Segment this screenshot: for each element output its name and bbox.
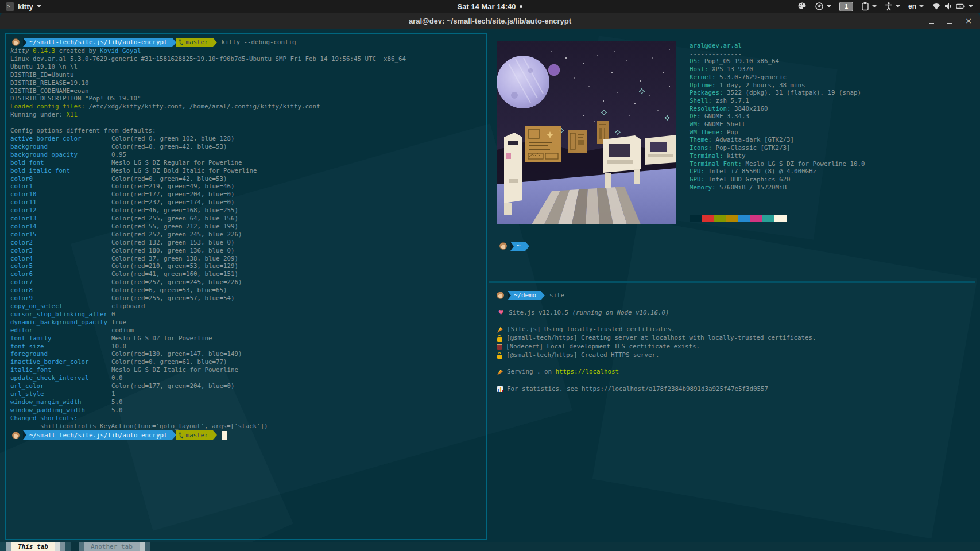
powerline-arrow-icon — [213, 38, 217, 47]
clock-menu[interactable]: Sat 14 Mar 14:40 — [427, 2, 553, 11]
config-value: Meslo LG S DZ Bold Italic for Powerline — [111, 167, 257, 175]
pane-neofetch[interactable]: aral@dev.ar.al -------------- OS: Pop!_O… — [489, 33, 975, 282]
config-value: Color(red=46, green=168, blue=255) — [111, 207, 238, 215]
config-value: Color(red=37, green=138, blue=209) — [111, 255, 238, 263]
chevron-down-icon — [896, 5, 900, 7]
fetch-field-line: Theme: Adwaita-dark [GTK2/3] — [690, 136, 865, 144]
config-option-row: color7 Color(red=252, green=245, blue=22… — [10, 278, 482, 286]
status-tray-item[interactable] — [932, 2, 973, 10]
config-option-row: color14 Color(red=55, green=212, blue=19… — [10, 223, 482, 231]
fetch-field-line: Terminal: kitty — [690, 152, 865, 160]
blank-line — [497, 300, 975, 309]
powerline-notch-icon — [23, 430, 26, 440]
config-key: bold_font — [10, 159, 111, 167]
tab-segment — [60, 542, 65, 551]
prompt-path-segment: ~/demo — [508, 291, 541, 300]
fetch-field-line: Host: XPS 13 9370 — [690, 65, 865, 73]
blank-line — [10, 119, 482, 127]
config-value: Color(red=255, green=57, blue=54) — [111, 294, 235, 302]
app-menu-label: kitty — [18, 2, 33, 11]
config-key: color11 — [10, 199, 111, 207]
shell-prompt: ~/small-tech/site.js/lib/auto-encrypt ma… — [10, 37, 482, 47]
monkey-emoji — [497, 292, 504, 299]
config-value: Meslo LG S DZ Regular for Powerline — [111, 159, 242, 167]
config-key: background_opacity — [10, 151, 111, 159]
config-option-row: font_size 10.0 — [10, 343, 482, 351]
log-line: [Site.js] Using locally-trusted certific… — [497, 325, 975, 334]
fetch-field-line: Packages: 3522 (dpkg), 31 (flatpak), 19 … — [690, 89, 865, 97]
fetch-field-value: GNOME 3.34.3 — [704, 112, 749, 120]
fetch-field-line: CPU: Intel i7-8550U (8) @ 4.000GHz — [690, 168, 865, 176]
tab-inactive[interactable]: Another tab — [79, 542, 150, 551]
clipboard-tray-item[interactable] — [861, 2, 877, 11]
media-cast-tray-item[interactable] — [815, 2, 831, 11]
minimize-button[interactable] — [929, 18, 934, 24]
fetch-field-value: Meslo LG S DZ for Powerline 10.0 — [746, 160, 865, 168]
pane-debug-config[interactable]: ~/small-tech/site.js/lib/auto-encrypt ma… — [5, 33, 487, 540]
powerline-arrow-icon — [172, 430, 176, 440]
log-icon — [497, 355, 502, 359]
config-option-row: update_check_interval 0.0 — [10, 374, 482, 382]
cast-icon — [815, 2, 824, 11]
tab-segment — [65, 542, 71, 551]
running-under-line: Running under: X11 — [10, 111, 482, 119]
config-value: True — [111, 319, 126, 327]
fetch-field-line: GPU: Intel UHD Graphics 620 — [690, 176, 865, 184]
config-option-row: active_border_color Color(red=0, green=1… — [10, 135, 482, 143]
terminal-line: Ubuntu 19.10 \n \l — [10, 63, 482, 71]
fetch-separator: -------------- — [690, 50, 865, 58]
tab-gap — [71, 542, 79, 551]
config-key: active_border_color — [10, 135, 111, 143]
config-key: color8 — [10, 286, 111, 294]
app-menu[interactable]: >_ kitty — [0, 2, 41, 11]
config-value: Color(red=0, green=61, blue=77) — [111, 358, 227, 366]
accessibility-tray-item[interactable] — [885, 2, 900, 11]
config-option-row: editor codium — [10, 327, 482, 335]
config-key: color12 — [10, 207, 111, 215]
config-key: font_family — [10, 335, 111, 343]
log-line: [Nodecert] Local development TLS certifi… — [497, 343, 975, 351]
close-button[interactable]: × — [965, 17, 972, 25]
config-key: window_padding_width — [10, 406, 111, 414]
palette-swatch — [702, 215, 714, 222]
git-branch-icon — [179, 432, 184, 439]
fetch-field-label: Icons — [690, 144, 708, 152]
window-titlebar[interactable]: aral@dev: ~/small-tech/site.js/lib/auto-… — [0, 13, 980, 29]
config-value: Color(red=210, green=53, blue=129) — [111, 262, 238, 270]
pane-sitejs[interactable]: ~/demo site Site.js v12.10.5 (running on… — [489, 282, 975, 540]
terminal-line: DISTRIB_RELEASE=19.10 — [10, 79, 482, 87]
fetch-fields: OS: Pop!_OS 19.10 x86_64 Host: XPS 13 93… — [690, 57, 865, 191]
fetch-field-value: 5.3.0-7629-generic — [719, 73, 787, 81]
config-option-row: color10 Color(red=177, green=204, blue=0… — [10, 191, 482, 199]
config-value: codium — [111, 327, 134, 335]
shortcut-line: shift+control+s KeyAction(func='goto_lay… — [10, 422, 482, 430]
config-key: color9 — [10, 294, 111, 302]
fetch-field-value: Pop — [727, 129, 738, 136]
blank-line — [497, 360, 975, 368]
localhost-link[interactable]: https://localhost — [556, 368, 619, 377]
tab-active[interactable]: This tab — [0, 542, 71, 551]
chevron-down-icon — [872, 5, 877, 7]
log-text: [Site.js] Using locally-trusted certific… — [507, 325, 675, 334]
maximize-button[interactable] — [947, 18, 952, 24]
fetch-field-label: DE — [690, 112, 697, 120]
statistics-text: For statistics, see https://localhost/a1… — [507, 385, 768, 394]
fetch-field-line: Memory: 5760MiB / 15720MiB — [690, 184, 865, 192]
terminal-area: ~/small-tech/site.js/lib/auto-encrypt ma… — [0, 29, 980, 551]
fetch-field-value: 3522 (dpkg), 31 (flatpak), 19 (snap) — [727, 89, 861, 96]
config-key: font_size — [10, 343, 111, 351]
fetch-field-label: Memory — [690, 184, 712, 191]
config-value: 0.0 — [111, 374, 123, 382]
fetch-field-label: Uptime — [690, 82, 712, 89]
fetch-field-value: Adwaita-dark [GTK2/3] — [716, 136, 795, 143]
statistics-line: For statistics, see https://localhost/a1… — [497, 385, 975, 394]
config-key: url_style — [10, 390, 111, 398]
color-profile-tray-item[interactable] — [797, 2, 807, 11]
language-tray-item[interactable]: en — [908, 2, 924, 10]
workspace-indicator[interactable]: 1 — [839, 2, 853, 11]
chevron-down-icon — [969, 5, 973, 7]
fetch-field-value: Pop!_OS 19.10 x86_64 — [704, 57, 779, 65]
config-key: window_margin_width — [10, 398, 111, 406]
fetch-field-line: Terminal Font: Meslo LG S DZ for Powerli… — [690, 160, 865, 168]
powerline-notch-icon — [23, 38, 26, 47]
